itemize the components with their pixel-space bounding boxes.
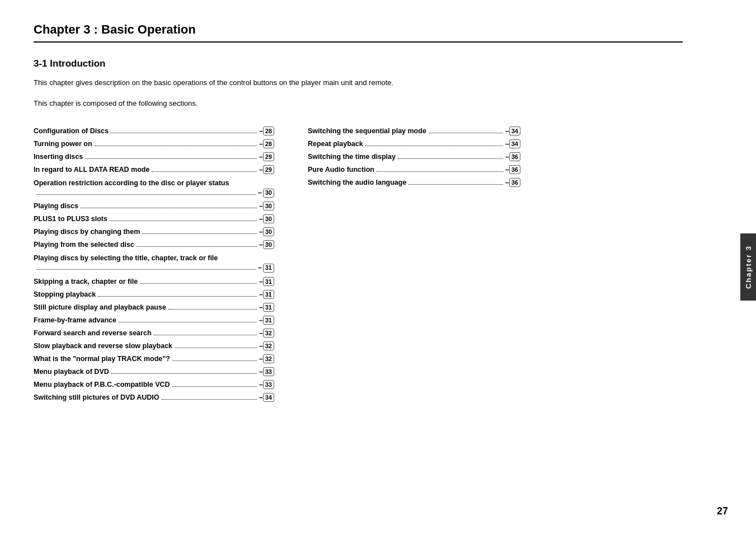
toc-label: Repeat playback [308,140,363,148]
toc-arrow: – [505,166,509,174]
toc-item-left-15: Slow playback and reverse slow playback–… [34,341,274,350]
toc-arrow: – [505,179,509,186]
toc-label: Playing discs by changing them [34,228,140,236]
toc-arrow: – [259,166,263,174]
toc-item-left-18: Menu playback of P.B.C.-compatible VCD –… [34,380,274,389]
toc-page-badge: 31 [263,316,274,325]
toc-item-left-11: Stopping playback – 31 [34,290,274,299]
toc-arrow: – [259,303,263,311]
toc-arrow: – [259,381,263,388]
toc-page-badge: 36 [509,152,520,161]
toc-item-left-10: Skipping a track, chapter or file– 31 [34,277,274,286]
toc-page-badge: 30 [263,202,274,210]
toc-page-badge: 30 [263,189,274,198]
toc-label: Playing from the selected disc [34,241,134,249]
toc-arrow: – [259,291,263,298]
toc-page-badge: 32 [263,341,274,350]
toc-item-right-0: Switching the sequential play mode – 34 [308,127,520,135]
toc-arrow: – [259,241,263,249]
toc-right: Switching the sequential play mode – 34R… [308,127,520,406]
toc-label: Playing discs by selecting the title, ch… [34,253,274,263]
toc-arrow: – [259,228,263,236]
toc-arrow: – [505,127,509,135]
toc-label: Skipping a track, chapter or file [34,278,138,285]
toc-label: What is the "normal play TRACK mode"? [34,355,170,363]
toc-page-badge: 30 [263,227,274,236]
sidebar-label: Chapter 3 [744,245,753,289]
toc-item-left-7: Playing discs by changing them– 30 [34,227,274,236]
toc-arrow: – [259,202,263,210]
composed-text: This chapter is composed of the followin… [34,98,683,110]
intro-text: This chapter gives description on the ba… [34,77,683,89]
toc-page-badge: 30 [263,240,274,249]
toc-label: Configuration of Discs [34,127,109,135]
toc-item-left-19: Switching still pictures of DVD AUDIO – … [34,393,274,402]
toc-page-badge: 36 [509,178,520,187]
toc-item-left-5: Playing discs – 30 [34,202,274,210]
toc-page-badge: 30 [263,214,274,223]
toc-container: Configuration of Discs – 28Turning power… [34,127,683,406]
toc-label: In regard to ALL DATA READ mode [34,166,149,174]
toc-arrow: – [258,188,262,198]
chapter-title: Chapter 3 : Basic Operation [34,22,683,43]
toc-label: Operation restriction according to the d… [34,178,274,188]
toc-label: Frame-by-frame advance [34,316,116,324]
page-container: Chapter 3 : Basic Operation 3-1 Introduc… [0,0,756,534]
toc-label: Pure Audio function [308,166,374,174]
chapter-sidebar-tab: Chapter 3 [740,233,756,301]
toc-item-left-1: Turning power on – 28 [34,139,274,148]
toc-item-right-4: Switching the audio language– 36 [308,178,520,187]
toc-page-badge: 36 [509,165,520,174]
toc-label: Turning power on [34,140,92,148]
toc-label: Menu playback of DVD [34,368,109,376]
toc-item-left-13: Frame-by-frame advance – 31 [34,316,274,325]
toc-arrow: – [259,278,263,285]
toc-item-left-0: Configuration of Discs – 28 [34,127,274,135]
toc-label: Playing discs [34,202,78,210]
toc-arrow: – [259,355,263,363]
toc-arrow: – [505,140,509,148]
toc-label: Still picture display and playback pause [34,303,166,311]
toc-item-right-2: Switching the time display– 36 [308,152,520,161]
toc-page-badge: 29 [263,152,274,161]
toc-page-badge: 32 [263,354,274,363]
toc-item-left-16: What is the "normal play TRACK mode"?– 3… [34,354,274,363]
toc-page-badge: 34 [509,127,520,135]
toc-item-left-4: Operation restriction according to the d… [34,178,274,198]
toc-label: Switching the audio language [308,179,406,186]
toc-label: Slow playback and reverse slow playback [34,342,172,350]
page-number: 27 [717,505,728,517]
toc-arrow: – [259,394,263,401]
toc-arrow: – [259,215,263,223]
toc-arrow: – [259,329,263,337]
toc-arrow: – [505,153,509,161]
toc-label: Stopping playback [34,291,96,298]
toc-label: Inserting discs [34,153,83,161]
toc-label: PLUS1 to PLUS3 slots [34,215,107,223]
toc-page-badge: 31 [263,290,274,299]
toc-page-badge: 34 [509,139,520,148]
section-title: 3-1 Introduction [34,58,683,69]
toc-item-left-6: PLUS1 to PLUS3 slots – 30 [34,214,274,223]
toc-arrow: – [259,140,263,148]
toc-item-right-3: Pure Audio function – 36 [308,165,520,174]
toc-item-left-9: Playing discs by selecting the title, ch… [34,253,274,273]
toc-page-badge: 34 [263,393,274,402]
toc-item-left-17: Menu playback of DVD – 33 [34,367,274,376]
main-content: Chapter 3 : Basic Operation 3-1 Introduc… [0,0,716,534]
toc-item-left-8: Playing from the selected disc – 30 [34,240,274,249]
toc-label: Switching still pictures of DVD AUDIO [34,394,159,401]
toc-label: Switching the sequential play mode [308,127,426,135]
toc-arrow: – [259,153,263,161]
toc-page-badge: 31 [263,264,274,273]
toc-label: Switching the time display [308,153,396,161]
toc-page-badge: 29 [263,165,274,174]
toc-page-badge: 32 [263,329,274,338]
toc-arrow: – [259,342,263,350]
toc-arrow: – [259,316,263,324]
toc-label: Menu playback of P.B.C.-compatible VCD [34,381,170,388]
toc-item-left-3: In regard to ALL DATA READ mode – 29 [34,165,274,174]
toc-label: Forward search and reverse search [34,329,152,337]
toc-item-right-1: Repeat playback – 34 [308,139,520,148]
toc-left: Configuration of Discs – 28Turning power… [34,127,274,406]
